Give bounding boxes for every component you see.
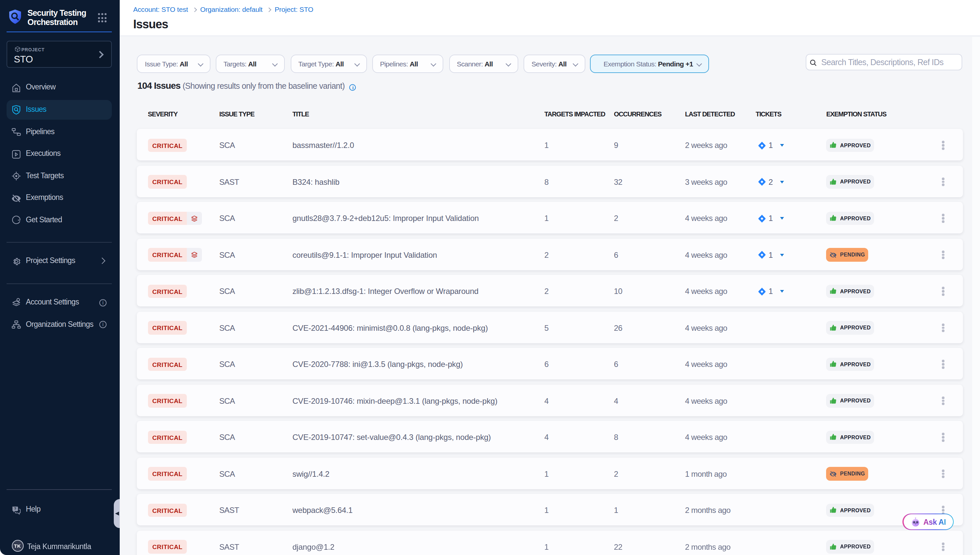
svg-text:?: ?	[14, 506, 16, 510]
